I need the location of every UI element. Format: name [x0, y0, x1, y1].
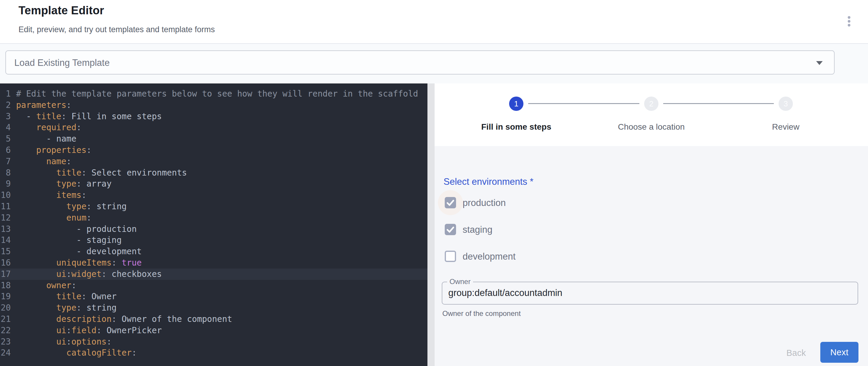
line-number: 10: [0, 189, 11, 201]
yaml-code-editor[interactable]: 1# Edit the template parameters below to…: [0, 84, 428, 366]
checkbox-label: staging: [463, 224, 492, 235]
line-number: 23: [0, 336, 11, 347]
checkbox-label: production: [463, 197, 506, 208]
required-marker: *: [527, 177, 533, 187]
kebab-menu-icon[interactable]: [843, 14, 855, 30]
checked-checkbox-icon[interactable]: [445, 197, 456, 208]
code-line[interactable]: 9 type: array: [0, 178, 428, 189]
load-template-placeholder: Load Existing Template: [14, 58, 110, 68]
code-line[interactable]: 19 title: Owner: [0, 291, 428, 302]
next-button[interactable]: Next: [820, 342, 859, 363]
line-number: 18: [0, 280, 11, 291]
step-circle-2[interactable]: 2: [644, 97, 658, 111]
owner-field-value[interactable]: group:default/accountadmin: [448, 287, 562, 298]
checkbox-row-production[interactable]: production: [435, 197, 643, 224]
code-line[interactable]: 11 type: string: [0, 201, 428, 212]
page-title: Template Editor: [19, 4, 104, 17]
checkbox-row-staging[interactable]: staging: [435, 224, 643, 251]
line-number: 22: [0, 325, 11, 336]
line-number: 17: [0, 269, 11, 280]
checkbox-row-development[interactable]: development: [435, 251, 643, 277]
form-card: Select environments * productionstagingd…: [435, 146, 868, 366]
load-template-row: Load Existing Template: [0, 44, 868, 84]
owner-helper-text: Owner of the component: [442, 309, 521, 318]
code-line[interactable]: 20 type: string: [0, 302, 428, 313]
line-number: 1: [0, 88, 11, 99]
code-line[interactable]: 1# Edit the template parameters below to…: [0, 88, 428, 99]
code-line[interactable]: 2parameters:: [0, 99, 428, 111]
code-line[interactable]: 18 owner:: [0, 280, 428, 291]
code-line[interactable]: 24 catalogFilter:: [0, 347, 428, 359]
step-label-2: Choose a location: [589, 122, 714, 132]
dropdown-arrow-icon[interactable]: [816, 61, 823, 65]
code-line[interactable]: 5 - name: [0, 133, 428, 145]
code-line[interactable]: 13 - production: [0, 223, 428, 235]
line-number: 12: [0, 212, 11, 223]
checkbox-label: development: [463, 251, 516, 262]
page-header: Template Editor Edit, preview, and try o…: [0, 0, 868, 43]
owner-field[interactable]: Owner group:default/accountadmin: [442, 282, 858, 305]
code-line[interactable]: 14 - staging: [0, 235, 428, 246]
code-line[interactable]: 3 - title: Fill in some steps: [0, 111, 428, 122]
line-number: 2: [0, 99, 11, 111]
code-line[interactable]: 12 enum:: [0, 212, 428, 223]
step-circle-3[interactable]: 3: [779, 97, 793, 111]
code-line[interactable]: 4 required:: [0, 122, 428, 133]
line-number: 3: [0, 111, 11, 122]
step-circle-1[interactable]: 1: [509, 97, 523, 111]
step-label-3: Review: [723, 122, 848, 132]
code-line[interactable]: 16 uniqueItems: true: [0, 257, 428, 269]
line-number: 6: [0, 145, 11, 156]
line-number: 24: [0, 347, 11, 359]
back-button[interactable]: Back: [777, 343, 815, 362]
line-number: 20: [0, 302, 11, 313]
code-line[interactable]: 15 - development: [0, 246, 428, 257]
line-number: 21: [0, 313, 11, 325]
unchecked-checkbox-icon[interactable]: [445, 251, 456, 262]
code-line[interactable]: 23 ui:options:: [0, 336, 428, 347]
stepper-connector: [663, 103, 774, 104]
line-number: 15: [0, 246, 11, 257]
code-line[interactable]: 22 ui:field: OwnerPicker: [0, 325, 428, 336]
code-line[interactable]: 7 name:: [0, 156, 428, 167]
line-number: 7: [0, 156, 11, 167]
checked-checkbox-icon[interactable]: [445, 224, 456, 235]
line-number: 14: [0, 235, 11, 246]
page-subtitle: Edit, preview, and try out templates and…: [19, 25, 215, 34]
step-label-1: Fill in some steps: [454, 122, 579, 132]
line-number: 9: [0, 178, 11, 189]
line-number: 19: [0, 291, 11, 302]
code-line[interactable]: 21 description: Owner of the component: [0, 313, 428, 325]
stepper-connector: [528, 103, 640, 104]
code-line[interactable]: 17 ui:widget: checkboxes: [0, 269, 428, 280]
owner-field-label: Owner: [447, 277, 473, 286]
line-number: 8: [0, 167, 11, 179]
line-number: 16: [0, 257, 11, 269]
line-number: 5: [0, 133, 11, 145]
code-lines: 1# Edit the template parameters below to…: [0, 84, 428, 359]
line-number: 11: [0, 201, 11, 212]
line-number: 13: [0, 223, 11, 235]
editor-scrollbar[interactable]: [428, 84, 435, 366]
template-preview-panel: 1Fill in some steps2Choose a location3Re…: [435, 84, 868, 366]
code-line[interactable]: 6 properties:: [0, 145, 428, 156]
code-line[interactable]: 10 items:: [0, 189, 428, 201]
line-number: 4: [0, 122, 11, 133]
select-environments-label: Select environments *: [443, 177, 533, 187]
load-existing-template-select[interactable]: Load Existing Template: [5, 50, 835, 74]
code-line[interactable]: 8 title: Select environments: [0, 167, 428, 179]
